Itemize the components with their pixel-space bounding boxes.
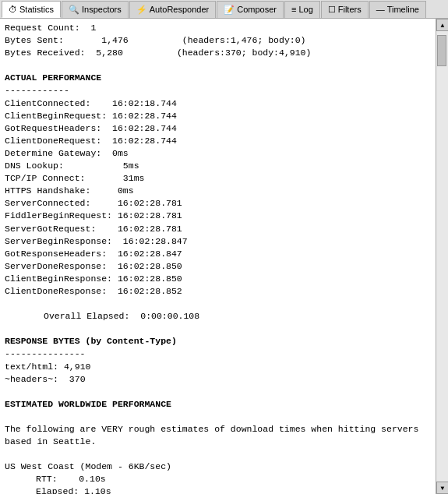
server-done-response-label: ServerDoneResponse: [5,261,107,271]
determine-gateway-label: Determine Gateway: [5,148,101,158]
us-west-modem-rtt-val: 0.10s [79,474,106,484]
client-done-request-val: 16:02:28.744 [112,136,177,146]
client-connected-label: ClientConnected: [5,98,90,108]
got-request-headers-val: 16:02:28.744 [112,123,177,133]
bytes-received-label: Bytes Received: [5,48,86,58]
bytes-received-value: 5,280 [96,48,123,58]
server-got-request-label: ServerGotRequest: [5,224,96,234]
actual-perf-header: ACTUAL PERFORMANCE [5,72,431,84]
got-response-headers-label: GotResponseHeaders: [5,249,107,259]
fiddler-begin-request-row: FiddlerBeginRequest: 16:02:28.781 [5,210,431,222]
server-connected-val: 16:02:28.781 [118,198,182,208]
client-begin-request-row: ClientBeginRequest: 16:02:28.744 [5,110,431,122]
app-container: ⏱ Statistics 🔍 Inspectors ⚡ AutoResponde… [0,0,448,494]
server-begin-response-label: ServerBeginResponse: [5,236,112,246]
text-html-row: text/html: 4,910 [5,361,431,373]
tab-filters[interactable]: ☐ Filters [321,1,369,18]
dns-lookup-label: DNS Lookup: [5,161,64,171]
scrollbar-up-button[interactable]: ▲ [436,19,448,31]
bytes-sent-value: 1,476 [101,35,129,45]
tab-timeline[interactable]: — Timeline [369,1,426,18]
scrollbar-thumb[interactable] [437,35,446,66]
got-response-headers-row: GotResponseHeaders: 16:02:28.847 [5,248,431,260]
got-request-headers-row: GotRequestHeaders: 16:02:28.744 [5,122,431,135]
timeline-icon: — [376,5,385,14]
server-begin-response-row: ServerBeginResponse: 16:02:28.847 [5,235,431,248]
https-handshake-row: HTTPS Handshake: 0ms [5,185,431,197]
got-request-headers-label: GotRequestHeaders: [5,123,101,133]
main-container: Request Count: 1 Bytes Sent: 1,476 (head… [0,19,448,494]
bytes-sent-detail: (headers:1,476; body:0) [182,35,306,45]
headers-label: ~headers~: [5,374,58,384]
client-done-response-val: 16:02:28.852 [118,286,182,296]
client-begin-request-label: ClientBeginRequest: [5,111,107,121]
server-done-response-row: ServerDoneResponse: 16:02:28.850 [5,260,431,273]
server-connected-row: ServerConnected: 16:02:28.781 [5,197,431,210]
request-count-value: 1 [90,23,96,33]
determine-gateway-val: 0ms [112,148,129,158]
overall-elapsed-val: 0:00:00.108 [140,311,199,321]
bytes-received-detail: (headers:370; body:4,910) [177,48,312,58]
bytes-sent-label: Bytes Sent: [5,35,64,45]
dns-lookup-val: 5ms [123,161,139,171]
overall-elapsed-row: Overall Elapsed: 0:00:00.108 [5,310,431,323]
server-connected-label: ServerConnected: [5,198,90,208]
client-done-request-label: ClientDoneRequest: [5,136,101,146]
us-west-modem-elapsed-val: 1.10s [84,486,111,494]
dashes2: --------------- [5,348,431,360]
https-handshake-label: HTTPS Handshake: [5,185,90,196]
tcp-connect-label: TCP/IP Connect: [5,173,86,183]
client-done-request-row: ClientDoneRequest: 16:02:28.744 [5,135,431,147]
dns-lookup-row: DNS Lookup: 5ms [5,160,431,172]
log-icon: ≡ [291,5,296,14]
request-count-row: Request Count: 1 [5,22,431,34]
inspectors-icon: 🔍 [69,5,79,15]
scrollbar-track[interactable] [436,31,448,482]
response-bytes-header: RESPONSE BYTES (by Content-Type) [5,335,431,348]
request-count-label: Request Count: [5,23,80,33]
us-west-modem-rtt-label: RTT: [36,474,58,484]
tab-log[interactable]: ≡ Log [284,1,320,18]
bytes-sent-row: Bytes Sent: 1,476 (headers:1,476; body:0… [5,34,431,47]
fiddler-begin-request-label: FiddlerBeginRequest: [5,210,112,221]
bytes-received-row: Bytes Received: 5,280 (headers:370; body… [5,47,431,59]
tab-inspectors[interactable]: 🔍 Inspectors [62,1,129,18]
dashes1: ------------ [5,84,431,97]
client-done-response-row: ClientDoneResponse: 16:02:28.852 [5,285,431,298]
client-done-response-label: ClientDoneResponse: [5,286,107,296]
toolbar: ⏱ Statistics 🔍 Inspectors ⚡ AutoResponde… [0,0,448,19]
text-html-val: 4,910 [64,362,91,372]
us-west-modem-elapsed-row: Elapsed: 1.10s [5,485,431,494]
tab-autoresponder[interactable]: ⚡ AutoResponder [129,1,216,18]
fiddler-begin-request-val: 16:02:28.781 [118,210,182,221]
content-area: Request Count: 1 Bytes Sent: 1,476 (head… [0,19,436,494]
tab-statistics[interactable]: ⏱ Statistics [2,1,61,18]
client-begin-response-label: ClientBeginResponse: [5,273,112,284]
scrollbar[interactable]: ▲ ▼ [436,19,448,494]
determine-gateway-row: Determine Gateway: 0ms [5,147,431,160]
server-got-request-val: 16:02:28.781 [118,224,182,234]
autoresponder-icon: ⚡ [136,5,147,15]
scrollbar-down-button[interactable]: ▼ [436,482,448,494]
estimated-desc: The following are VERY rough estimates o… [5,423,431,448]
estimated-header: ESTIMATED WORLDWIDE PERFORMANCE [5,398,431,411]
overall-elapsed-label: Overall Elapsed: [44,311,129,321]
tab-composer[interactable]: 📝 Composer [217,1,284,18]
client-begin-response-val: 16:02:28.850 [118,273,182,284]
us-west-modem-header: US West Coast (Modem - 6KB/sec) [5,460,431,473]
composer-icon: 📝 [224,5,235,15]
client-connected-row: ClientConnected: 16:02:18.744 [5,97,431,110]
us-west-modem-rtt-row: RTT: 0.10s [5,473,431,485]
server-got-request-row: ServerGotRequest: 16:02:28.781 [5,223,431,235]
headers-val: 370 [69,374,86,384]
headers-row: ~headers~: 370 [5,373,431,386]
client-begin-response-row: ClientBeginResponse: 16:02:28.850 [5,273,431,285]
statistics-icon: ⏱ [9,5,17,14]
server-done-response-val: 16:02:28.850 [118,261,182,271]
tcp-connect-row: TCP/IP Connect: 31ms [5,172,431,185]
client-connected-val: 16:02:18.744 [112,98,177,108]
filters-icon: ☐ [328,5,336,15]
server-begin-response-val: 16:02:28.847 [123,236,188,246]
https-handshake-val: 0ms [118,185,134,196]
tcp-connect-val: 31ms [123,173,145,183]
